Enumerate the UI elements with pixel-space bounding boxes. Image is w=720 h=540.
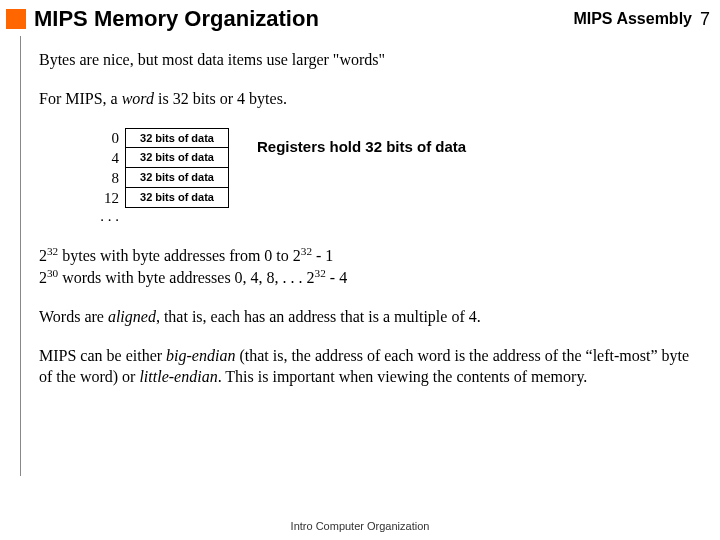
text: - 4 bbox=[326, 269, 347, 286]
big-endian-italic: big-endian bbox=[166, 347, 235, 364]
table-row: 4 32 bits of data bbox=[99, 148, 229, 168]
text: 2 bbox=[39, 247, 47, 264]
exponent: 32 bbox=[301, 244, 312, 256]
text: MIPS can be either bbox=[39, 347, 166, 364]
text: , that is, each has an address that is a… bbox=[156, 308, 481, 325]
page-number: 7 bbox=[700, 9, 710, 30]
slide-header: MIPS Memory Organization MIPS Assembly 7 bbox=[0, 0, 720, 36]
memory-cell: 32 bits of data bbox=[125, 128, 229, 148]
topic-label: MIPS Assembly bbox=[573, 10, 692, 28]
table-row: . . . bbox=[99, 208, 229, 228]
text: is 32 bits or 4 bytes. bbox=[154, 90, 287, 107]
text: Words are bbox=[39, 308, 108, 325]
little-endian-italic: little-endian bbox=[139, 368, 217, 385]
address-space-line-1: 232 bytes with byte addresses from 0 to … bbox=[39, 246, 702, 267]
aligned-italic: aligned bbox=[108, 308, 156, 325]
orange-square-icon bbox=[6, 9, 26, 29]
endian-line: MIPS can be either big-endian (that is, … bbox=[39, 346, 702, 388]
aligned-line: Words are aligned, that is, each has an … bbox=[39, 307, 702, 328]
register-note: Registers hold 32 bits of data bbox=[257, 138, 466, 155]
text: . This is important when viewing the con… bbox=[218, 368, 588, 385]
slide-title: MIPS Memory Organization bbox=[34, 6, 573, 32]
address-label: 8 bbox=[99, 168, 125, 188]
exponent: 32 bbox=[315, 267, 326, 279]
table-row: 12 32 bits of data bbox=[99, 188, 229, 208]
memory-diagram: 0 32 bits of data 4 32 bits of data 8 32… bbox=[99, 128, 702, 228]
memory-table: 0 32 bits of data 4 32 bits of data 8 32… bbox=[99, 128, 229, 228]
text: words with byte addresses 0, 4, 8, . . .… bbox=[58, 269, 314, 286]
text: For MIPS, a bbox=[39, 90, 122, 107]
memory-cell: 32 bits of data bbox=[125, 187, 229, 208]
word-italic: word bbox=[122, 90, 154, 107]
address-space-line-2: 230 words with byte addresses 0, 4, 8, .… bbox=[39, 268, 702, 289]
exponent: 30 bbox=[47, 267, 58, 279]
ellipsis: . . . bbox=[99, 208, 125, 228]
table-row: 0 32 bits of data bbox=[99, 128, 229, 148]
intro-line-2: For MIPS, a word is 32 bits or 4 bytes. bbox=[39, 89, 702, 110]
exponent: 32 bbox=[47, 244, 58, 256]
intro-line-1: Bytes are nice, but most data items use … bbox=[39, 50, 702, 71]
table-row: 8 32 bits of data bbox=[99, 168, 229, 188]
text: bytes with byte addresses from 0 to 2 bbox=[58, 247, 301, 264]
text: - 1 bbox=[312, 247, 333, 264]
text: 2 bbox=[39, 269, 47, 286]
content-box: Bytes are nice, but most data items use … bbox=[20, 36, 710, 476]
memory-cell: 32 bits of data bbox=[125, 147, 229, 168]
slide-footer: Intro Computer Organization bbox=[0, 520, 720, 532]
memory-cell: 32 bits of data bbox=[125, 167, 229, 188]
content-area: Bytes are nice, but most data items use … bbox=[0, 36, 720, 476]
address-label: 0 bbox=[99, 128, 125, 148]
address-label: 4 bbox=[99, 148, 125, 168]
address-label: 12 bbox=[99, 188, 125, 208]
